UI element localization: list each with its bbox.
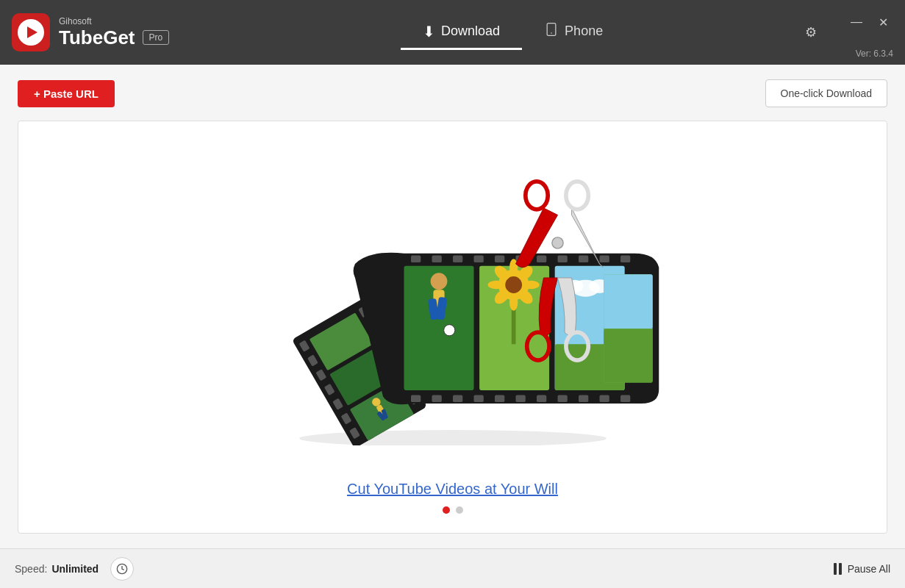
play-icon [27, 26, 37, 38]
tab-phone-label: Phone [565, 24, 603, 39]
app-logo [12, 13, 50, 51]
svg-rect-45 [599, 395, 609, 402]
svg-point-58 [509, 293, 517, 310]
illustration-container [18, 122, 887, 490]
svg-point-52 [443, 324, 454, 335]
main-content: + Paste URL One-click Download [0, 65, 905, 548]
window-controls: — ✕ [846, 12, 893, 32]
svg-rect-41 [515, 395, 525, 402]
svg-point-59 [487, 280, 504, 288]
settings-button[interactable]: ⚙ [805, 24, 817, 40]
slide-dots [347, 506, 558, 514]
pause-all-label: Pause All [848, 563, 890, 575]
svg-rect-40 [495, 395, 504, 402]
svg-rect-31 [537, 255, 546, 262]
svg-rect-36 [411, 395, 421, 402]
paste-url-button[interactable]: + Paste URL [18, 80, 115, 107]
svg-rect-71 [604, 274, 653, 329]
svg-rect-27 [453, 255, 462, 262]
version-label: Ver: 6.3.4 [856, 49, 893, 59]
tab-download-label: Download [441, 24, 500, 39]
svg-rect-43 [557, 395, 567, 402]
svg-rect-25 [411, 255, 421, 262]
slide-dot-1[interactable] [443, 506, 450, 514]
svg-rect-42 [537, 395, 546, 402]
close-button[interactable]: ✕ [873, 12, 893, 32]
title-bar: Gihosoft TubeGet Pro ⬇ Download Phone ⚙ … [0, 0, 905, 65]
history-button[interactable] [110, 557, 134, 581]
svg-rect-28 [473, 255, 483, 262]
pause-bar-right [839, 563, 842, 575]
svg-point-73 [551, 237, 562, 248]
one-click-download-button[interactable]: One-click Download [765, 79, 888, 107]
svg-point-75 [565, 181, 587, 209]
bottom-bar: Speed: Unlimited Pause All [0, 548, 905, 588]
app-name: TubeGet [59, 26, 135, 49]
speed-info: Speed: Unlimited [15, 557, 134, 581]
tab-download[interactable]: ⬇ Download [401, 15, 522, 50]
svg-rect-46 [620, 395, 630, 402]
svg-rect-37 [432, 395, 441, 402]
svg-point-2 [299, 430, 607, 445]
svg-point-56 [505, 276, 522, 293]
speed-label: Speed: [15, 563, 47, 575]
pause-bar-left [834, 563, 837, 575]
svg-point-48 [430, 273, 447, 290]
pause-all-group[interactable]: Pause All [834, 563, 890, 575]
svg-rect-26 [432, 255, 441, 262]
phone-tab-icon [544, 22, 559, 40]
slide-dot-2[interactable] [456, 506, 463, 514]
svg-rect-72 [604, 329, 653, 382]
svg-rect-39 [473, 395, 483, 402]
minimize-button[interactable]: — [846, 12, 867, 32]
svg-point-74 [525, 181, 547, 209]
svg-rect-0 [547, 24, 556, 36]
nav-tabs: ⬇ Download Phone [132, 15, 893, 50]
speed-value: Unlimited [51, 563, 99, 575]
svg-rect-32 [557, 255, 567, 262]
svg-rect-34 [599, 255, 609, 262]
pause-icon [834, 563, 842, 575]
history-icon [116, 563, 128, 575]
svg-rect-44 [579, 395, 588, 402]
app-logo-inner [18, 19, 44, 46]
film-strip-illustration [225, 166, 681, 445]
svg-rect-35 [620, 255, 630, 262]
content-area: Cut YouTube Videos at Your Will [18, 121, 887, 534]
download-tab-icon: ⬇ [423, 23, 435, 40]
svg-rect-38 [453, 395, 462, 402]
svg-rect-29 [495, 255, 504, 262]
svg-rect-33 [579, 255, 588, 262]
tab-phone[interactable]: Phone [522, 15, 625, 50]
svg-point-60 [523, 280, 540, 288]
toolbar-row: + Paste URL One-click Download [18, 79, 887, 107]
